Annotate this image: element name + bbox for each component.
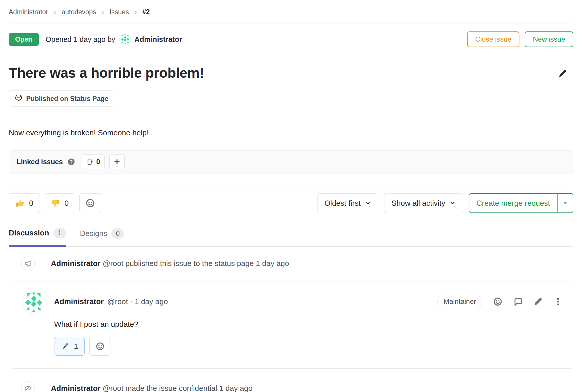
chevron-down-icon [365,200,371,206]
microphone-icon [61,342,70,351]
tab-designs[interactable]: Designs 0 [80,228,124,246]
avatar[interactable] [22,291,45,314]
tab-discussion[interactable]: Discussion 1 [9,228,66,247]
chevron-right-icon [100,10,105,15]
thumbs-up-count: 0 [29,199,33,208]
caret-down-icon [563,201,568,206]
create-merge-request-split-button: Create merge request [469,193,573,213]
breadcrumb-item-issues[interactable]: Issues [109,8,129,16]
tab-discussion-label: Discussion [9,228,49,237]
add-reaction-button[interactable] [89,337,111,356]
issue-page: Administrator autodevops Issues #2 Open … [0,0,582,392]
divider [9,187,573,187]
opened-text: Opened 1 day ago by [46,35,115,44]
system-note-text: Administrator @root published this issue… [51,259,289,268]
status-page-badge: Published on Status Page [9,91,114,107]
chevron-right-icon [133,10,138,15]
linked-issues-title: Linked issues [17,158,63,166]
title-row: There was a horrible problem! [9,65,573,83]
microphone-award-count: 1 [74,342,78,351]
thumbs-down-icon [51,198,60,208]
comment-header: Administrator @root · 1 day ago Maintain… [22,291,563,314]
new-issue-button[interactable]: New issue [525,31,573,47]
system-note-author[interactable]: Administrator [51,384,100,392]
system-note-body: @root published this issue to the status… [103,259,289,268]
add-linked-issue-button[interactable] [109,154,125,169]
add-reaction-button[interactable] [79,193,101,213]
thumbs-down-award-button[interactable]: 0 [44,193,75,213]
tab-discussion-count: 1 [54,228,66,238]
linked-issues-section: Linked issues ? 0 [9,150,573,173]
comment-card: Administrator @root · 1 day ago Maintain… [12,281,573,369]
system-note-published: Administrator @root published this issue… [21,254,573,272]
more-actions-button[interactable] [553,297,563,306]
status-badge: Open [9,33,39,46]
sort-filter-controls: Oldest first Show all activity Create me… [317,193,573,213]
chevron-right-icon [52,10,57,15]
activity-filter-label: Show all activity [391,199,445,208]
breadcrumb-item-administrator[interactable]: Administrator [9,8,48,16]
sort-dropdown[interactable]: Oldest first [317,193,378,213]
linked-issues-count: 0 [96,158,100,166]
close-issue-button[interactable]: Close issue [467,31,519,47]
activity-filter-dropdown[interactable]: Show all activity [384,193,463,213]
tab-designs-label: Designs [80,229,107,238]
plus-icon [113,158,120,165]
smiley-icon [86,198,95,208]
discussion-tabs: Discussion 1 Designs 0 [9,228,573,247]
microphone-award-button[interactable]: 1 [54,337,85,356]
add-reaction-button[interactable] [493,297,502,306]
system-note-text: Administrator @root made the issue confi… [51,384,253,392]
page-title: There was a horrible problem! [9,65,204,81]
issue-description: Now everything is broken! Someone help! [9,128,573,137]
issue-icon [87,158,94,165]
smiley-icon [96,342,104,351]
comment-awards: 1 [54,337,563,356]
discussion-controls-row: 0 0 Oldest first Show all activity Creat… [9,193,573,213]
avatar[interactable] [119,33,131,45]
sort-dropdown-label: Oldest first [324,199,361,208]
edit-title-button[interactable] [552,65,573,83]
comment-bubble-icon[interactable] [513,297,522,306]
breadcrumb-current-issue-number: #2 [142,8,150,16]
comment-actions: Maintainer [437,295,563,308]
comment-body: What if I post an update? [54,320,563,329]
tanuki-icon [15,94,22,103]
system-note-confidential: Administrator @root made the issue confi… [21,379,573,392]
linked-issues-count-badge: 0 [82,154,105,169]
system-note-author[interactable]: Administrator [51,259,100,268]
create-merge-request-caret-button[interactable] [558,194,573,212]
pencil-icon [558,69,567,79]
thumbs-up-award-button[interactable]: 0 [9,193,40,213]
create-merge-request-button[interactable]: Create merge request [469,194,558,212]
chevron-down-icon [449,200,456,206]
issue-author-name[interactable]: Administrator [134,35,182,44]
comment-author[interactable]: Administrator [54,297,104,306]
role-badge: Maintainer [437,295,482,308]
svg-text:?: ? [70,159,73,164]
comment-meta: @root · 1 day ago [107,297,168,306]
system-note-body: @root made the issue confidential 1 day … [103,384,253,392]
discussion-timeline: Administrator @root published this issue… [9,254,573,392]
edit-comment-button[interactable] [533,297,542,306]
tab-designs-count: 0 [111,228,124,239]
thumbs-down-count: 0 [64,199,68,208]
eye-slash-icon [21,381,35,392]
help-icon[interactable]: ? [68,158,75,166]
thumbs-up-icon [15,198,25,208]
breadcrumb: Administrator autodevops Issues #2 [9,0,573,24]
breadcrumb-item-autodevops[interactable]: autodevops [61,8,96,16]
status-page-badge-label: Published on Status Page [26,95,108,103]
issue-status-bar: Open Opened 1 day ago by Administrator C… [9,24,573,55]
megaphone-icon [21,256,35,270]
